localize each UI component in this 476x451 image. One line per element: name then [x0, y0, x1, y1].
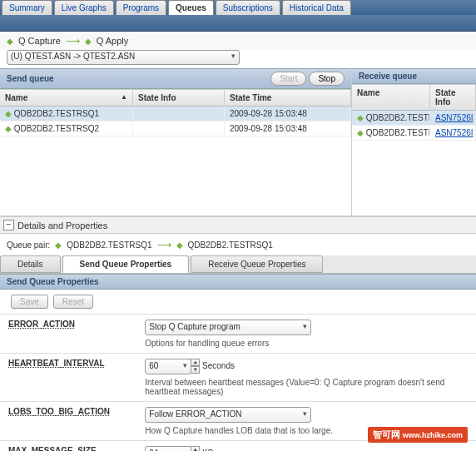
- diamond-icon: ◆: [176, 240, 183, 250]
- max-msg-input[interactable]: 64: [145, 446, 191, 451]
- send-queue-title: Send queue: [7, 74, 54, 83]
- state-info-link[interactable]: ASN7526I: [430, 126, 476, 140]
- subtab-send-props[interactable]: Send Queue Properties: [62, 255, 190, 273]
- form-title: Send Queue Properties: [7, 277, 99, 286]
- tab-queues[interactable]: Queues: [168, 0, 214, 15]
- label-error-action: ERROR_ACTION: [0, 315, 136, 354]
- save-button[interactable]: Save: [11, 295, 48, 309]
- breadcrumb: ◆ Q Capture ⟶ ◆ Q Apply: [0, 32, 476, 50]
- label-max-msg: MAX_MESSAGE_SIZE: [0, 441, 136, 452]
- tab-subscriptions[interactable]: Subscriptions: [216, 0, 280, 15]
- spinner-down-icon[interactable]: ▼: [191, 366, 200, 374]
- label-lobs: LOBS_TOO_BIG_ACTION: [0, 402, 136, 441]
- table-row[interactable]: ◆ QDB2DB2.TESTRSQ2 ASN7526I: [352, 126, 476, 141]
- details-label: Details and Properties: [17, 221, 107, 230]
- spinner-up-icon[interactable]: ▲: [191, 446, 200, 451]
- label-heartbeat: HEARTBEAT_INTERVAL: [0, 354, 136, 402]
- asn-select[interactable]: (U) QTEST.ASN -> QTEST2.ASN: [7, 50, 240, 65]
- send-table-header: Name▲ State Info State Time: [0, 89, 351, 107]
- start-button[interactable]: Start: [270, 72, 306, 86]
- tab-summary[interactable]: Summary: [2, 0, 52, 15]
- unit-label: Seconds: [202, 361, 235, 370]
- stop-button[interactable]: Stop: [309, 72, 345, 86]
- spinner[interactable]: ▲▼: [191, 359, 200, 374]
- diamond-icon: ◆: [5, 124, 12, 133]
- col-state-time[interactable]: State Time: [225, 90, 351, 106]
- col-name[interactable]: Name: [352, 85, 430, 110]
- diamond-icon: ◆: [5, 109, 12, 118]
- help-text: Options for handling queue errors: [145, 339, 468, 348]
- tab-historical-data[interactable]: Historical Data: [282, 0, 351, 15]
- diamond-icon: ◆: [357, 113, 364, 122]
- diamond-icon: ◆: [55, 240, 62, 250]
- tab-programs[interactable]: Programs: [116, 0, 166, 15]
- sub-tabs: Details Send Queue Properties Receive Qu…: [0, 255, 476, 274]
- diamond-icon: ◆: [85, 37, 92, 46]
- recv-queue-title: Receive queue: [359, 72, 417, 81]
- col-state-info[interactable]: State Info: [133, 90, 225, 106]
- subtab-recv-props[interactable]: Receive Queue Properties: [191, 255, 323, 273]
- heartbeat-input[interactable]: 60: [145, 359, 191, 374]
- table-row[interactable]: ◆ QDB2DB2.TESTRSQ1 2009-09-28 15:03:48: [0, 107, 351, 121]
- col-state-info[interactable]: State Info: [430, 85, 476, 110]
- state-info-link[interactable]: ASN7526I: [430, 111, 476, 125]
- help-text: Interval between heartbeat messages (Val…: [145, 378, 468, 396]
- reset-button[interactable]: Reset: [53, 295, 93, 309]
- error-action-select[interactable]: Stop Q Capture program: [145, 320, 311, 335]
- table-row[interactable]: ◆ QDB2DB2.TESTRSQ2 2009-09-28 15:03:48: [0, 121, 351, 136]
- breadcrumb-right: Q Apply: [97, 36, 129, 46]
- arrow-right-icon: ⟶: [157, 239, 171, 250]
- spinner[interactable]: ▲▼: [191, 446, 200, 451]
- queue-pair: Queue pair: ◆ QDB2DB2.TESTRSQ1 ⟶ ◆ QDB2D…: [0, 234, 476, 255]
- subtab-details[interactable]: Details: [0, 255, 61, 273]
- sort-asc-icon: ▲: [121, 93, 127, 101]
- details-bar: − Details and Properties: [0, 216, 476, 234]
- watermark: 智可网 www.hzhike.com: [368, 427, 468, 443]
- topbar-strip: [0, 15, 476, 32]
- recv-table-header: Name State Info: [352, 84, 476, 111]
- table-row[interactable]: ◆ QDB2DB2.TESTRSQ1 ASN7526I: [352, 111, 476, 126]
- breadcrumb-left: Q Capture: [18, 36, 61, 46]
- spinner-up-icon[interactable]: ▲: [191, 359, 200, 366]
- arrow-right-icon: ⟶: [66, 35, 80, 47]
- diamond-icon: ◆: [7, 37, 13, 46]
- tab-live-graphs[interactable]: Live Graphs: [54, 0, 114, 15]
- col-name[interactable]: Name▲: [0, 90, 133, 106]
- collapse-button[interactable]: −: [3, 220, 14, 230]
- lobs-action-select[interactable]: Follow ERROR_ACTION: [145, 407, 311, 423]
- diamond-icon: ◆: [357, 128, 364, 137]
- main-tabs: Summary Live Graphs Programs Queues Subs…: [0, 0, 476, 15]
